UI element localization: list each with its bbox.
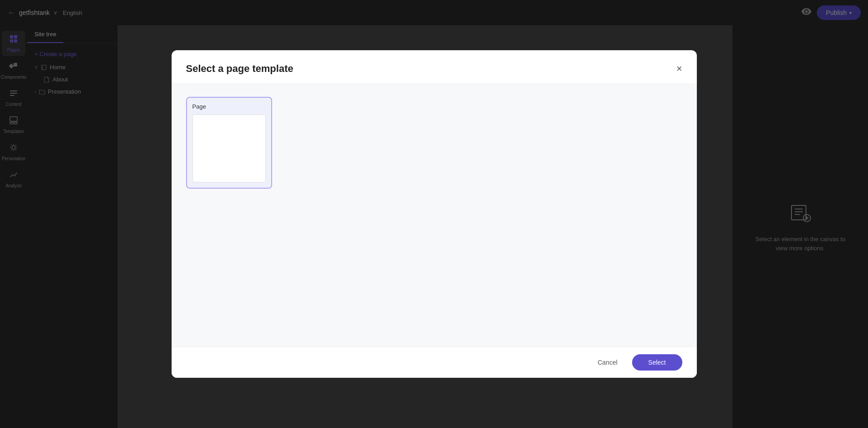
modal-body: Page [172,84,697,347]
modal-dialog: Select a page template × Page Cancel Sel… [172,50,697,378]
select-button[interactable]: Select [632,354,682,371]
template-grid: Page [186,97,682,189]
modal-overlay: Select a page template × Page Cancel Sel… [0,0,868,428]
modal-title: Select a page template [186,63,293,75]
template-card-page[interactable]: Page [186,97,272,189]
template-card-preview [192,114,266,182]
modal-header: Select a page template × [172,50,697,84]
cancel-button[interactable]: Cancel [589,354,627,371]
modal-footer: Cancel Select [172,347,697,378]
modal-close-button[interactable]: × [676,64,682,74]
template-card-label: Page [192,103,266,110]
